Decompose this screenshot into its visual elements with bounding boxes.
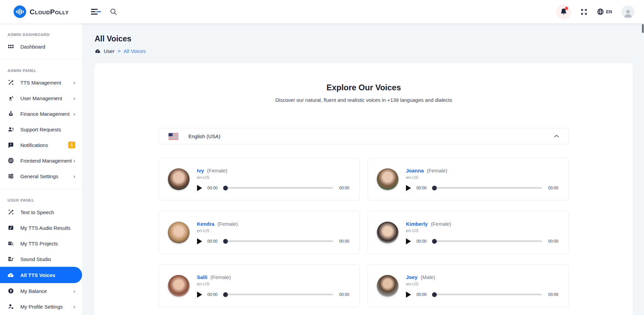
breadcrumb-root[interactable]: User [104,48,115,54]
cloud-music-icon [95,49,101,54]
voice-avatar [377,222,398,243]
slider-thumb[interactable] [223,292,228,297]
voice-locale: en-US [406,281,559,286]
voices-panel: Explore Our Voices Discover our natural,… [95,63,633,315]
elapsed-time: 00:00 [202,292,223,297]
voice-gender: (Male) [421,274,435,280]
sidebar-item-label: General Settings [20,173,58,179]
chevron-right-icon: › [73,173,75,179]
scrollbar[interactable] [642,24,644,33]
sidebar-item-sound-studio[interactable]: Sound Studio [0,251,82,267]
sidebar-item-label: My Balance [20,288,47,294]
duration-time: 00:00 [548,186,558,190]
breadcrumb: User » All Voices [95,48,633,54]
sidebar-item-text-to-speech[interactable]: Text to Speech [0,204,82,220]
audio-file-icon [7,224,14,231]
cloudpolly-logo-icon [14,5,26,18]
sidebar-item-frontend-management[interactable]: Frontend Management › [0,153,82,168]
notifications-count-badge: 1 [68,142,75,148]
fullscreen-button[interactable] [581,8,587,15]
sidebar-divider [0,59,82,59]
topbar: CloudPolly [0,0,644,23]
voice-name-link[interactable]: Kimberly [406,221,428,227]
sidebar-item-user-management[interactable]: User Management › [0,90,82,106]
play-button[interactable] [406,238,411,244]
voice-gender: (Female) [217,221,238,227]
slider-track [432,294,542,295]
sound-studio-icon [7,256,14,262]
sidebar-item-support-requests[interactable]: Support Requests [0,122,82,137]
seek-slider[interactable] [223,239,333,244]
voice-gender: (Female) [427,168,447,173]
chevron-right-icon: › [73,111,75,117]
sidebar-item-dashboard[interactable]: Dashboard [0,39,82,54]
voice-name-link[interactable]: Salli [197,274,208,280]
sidebar-item-my-profile-settings[interactable]: My Profile Settings › [0,299,82,314]
seek-slider[interactable] [223,292,333,297]
dollar-coin-icon [7,288,14,294]
breadcrumb-separator: » [118,48,121,54]
chevron-up-icon [554,134,559,138]
voice-name-link[interactable]: Joanna [406,168,424,173]
chevron-right-icon: › [73,288,75,294]
elapsed-time: 00:00 [411,186,432,190]
seek-slider[interactable] [432,186,542,190]
play-button[interactable] [197,185,202,191]
brand-logo[interactable]: CloudPolly [0,5,82,18]
sidebar-item-my-tts-audio-results[interactable]: My TTS Audio Results [0,220,82,236]
play-button[interactable] [406,185,411,191]
sidebar-item-label: Finance Management [20,111,70,117]
audio-player: 00:00 00:00 [197,185,350,191]
sidebar-item-notifications[interactable]: Notifications 1 [0,137,82,153]
slider-thumb[interactable] [432,292,437,297]
elapsed-time: 00:00 [202,186,223,190]
voice-name-link[interactable]: Joey [406,274,417,280]
sidebar-item-my-tts-projects[interactable]: My TTS Projects [0,236,82,251]
globe-icon [597,8,604,15]
main-content: All Voices User » All Voices Explore Our… [82,23,644,315]
voice-locale: en-US [197,281,350,286]
slider-thumb[interactable] [432,239,437,244]
user-voice-icon [7,95,14,101]
sidebar-item-tts-management[interactable]: TTS Management › [0,75,82,90]
voice-gender: (Female) [211,274,231,280]
language-accordion-english-usa[interactable]: English (USA) [159,128,569,144]
sidebar-item-finance-management[interactable]: Finance Management › [0,106,82,122]
globe-icon [7,157,14,164]
audio-player: 00:00 00:00 [197,238,350,244]
play-button[interactable] [197,238,202,244]
voice-avatar [168,222,190,243]
play-button[interactable] [406,292,411,298]
expand-icon [581,8,587,15]
sidebar-item-my-balance[interactable]: My Balance › [0,283,82,299]
slider-thumb[interactable] [223,239,228,244]
search-button[interactable] [110,8,117,15]
voice-locale: en-US [406,228,559,233]
grid-icon [7,43,14,50]
voice-name-link[interactable]: Ivy [197,168,204,173]
sidebar-toggle-button[interactable] [91,9,98,15]
slider-thumb[interactable] [432,186,437,190]
audio-player: 00:00 00:00 [406,292,559,298]
sidebar-item-general-settings[interactable]: General Settings › [0,168,82,184]
voice-name-link[interactable]: Kendra [197,221,215,227]
money-bag-icon [7,110,14,117]
breadcrumb-current[interactable]: All Voices [124,48,146,54]
audio-player: 00:00 00:00 [406,238,559,244]
voice-locale: en-US [406,175,559,180]
slider-track [432,240,542,242]
language-label: English (USA) [189,133,220,139]
seek-slider[interactable] [223,186,333,190]
sidebar-item-all-tts-voices[interactable]: All TTS Voices [0,267,82,283]
slider-track [223,187,333,189]
duration-time: 00:00 [339,239,349,244]
play-button[interactable] [197,292,202,298]
seek-slider[interactable] [432,292,542,297]
notifications-button[interactable] [556,4,571,19]
language-selector[interactable]: EN [597,8,612,15]
slider-thumb[interactable] [223,186,228,190]
seek-slider[interactable] [432,239,542,244]
duration-time: 00:00 [548,292,558,297]
language-code: EN [606,9,612,14]
user-avatar[interactable] [622,5,635,18]
